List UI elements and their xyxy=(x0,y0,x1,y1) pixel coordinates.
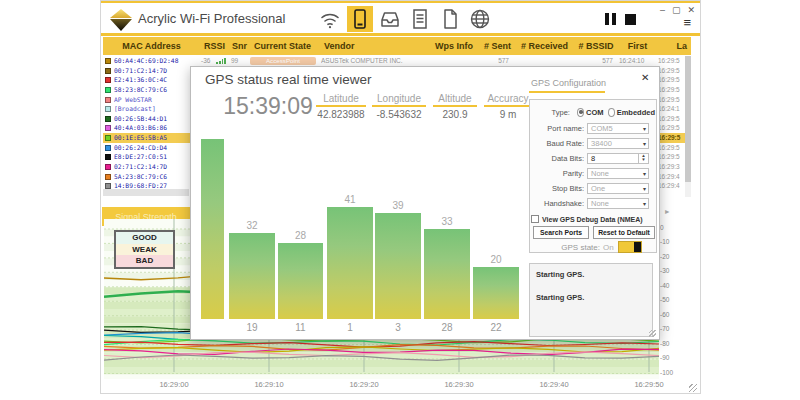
column-header[interactable]: # BSSID xyxy=(570,41,622,51)
mac-address: 58:23:8C:79:C6 xyxy=(114,85,167,95)
snr-value-label: 20 xyxy=(473,254,519,265)
mac-address: 40:4A:03:B6:86 xyxy=(114,123,167,133)
dialog-close-icon[interactable]: ✕ xyxy=(641,72,649,83)
satellite-id-label: 1 xyxy=(327,322,373,333)
last-seen-value: 16:29:5 xyxy=(658,95,685,105)
last-seen-value: 16:29:5 xyxy=(658,75,685,85)
snr-bar xyxy=(375,213,421,319)
nmea-checkbox[interactable] xyxy=(531,215,539,223)
snr-value-label: 28 xyxy=(278,230,323,241)
reset-default-button[interactable]: Reset to Default xyxy=(593,226,655,239)
last-seen-value: 16:29:3 xyxy=(658,162,685,172)
new-document-icon[interactable] xyxy=(437,6,463,32)
series-color-swatch xyxy=(105,68,111,74)
x-tick: 16:29:00 xyxy=(146,380,202,389)
column-header[interactable]: Snr xyxy=(228,41,250,51)
column-header[interactable]: Vendor xyxy=(320,41,430,51)
vertical-scrollbar[interactable] xyxy=(685,56,691,197)
config-row-debug: View GPS Debug Data (NMEA) xyxy=(531,213,655,225)
series-color-swatch xyxy=(105,135,111,141)
maximize-button[interactable]: ▢ xyxy=(672,5,681,15)
config-row-state: GPS state:On xyxy=(531,241,655,253)
dialog-resize-grip[interactable] xyxy=(649,330,656,337)
capture-controls xyxy=(605,13,636,25)
radio-embedded[interactable] xyxy=(608,108,615,117)
pause-icon[interactable] xyxy=(605,13,616,25)
table-row-detail[interactable]: -36 99 AccessPoint ASUSTek COMPUTER INC.… xyxy=(101,56,689,66)
config-select[interactable]: None▾ xyxy=(587,198,649,209)
config-select[interactable]: COM5▾ xyxy=(587,123,649,134)
radio-label: COM xyxy=(586,108,604,117)
mac-address: 00:71:C2:14:7D xyxy=(114,66,167,76)
snr-value-label: 32 xyxy=(229,220,275,231)
close-button[interactable]: ✕ xyxy=(687,5,695,15)
config-select[interactable]: One▾ xyxy=(587,183,649,194)
config-select[interactable]: 38400▾ xyxy=(587,138,649,149)
sent-value: 577 xyxy=(477,56,509,66)
last-seen-value: 16:29:5 xyxy=(658,133,685,143)
config-row: Stop Bits:One▾ xyxy=(531,182,655,194)
globe-icon[interactable] xyxy=(467,6,493,32)
wifi-icon[interactable] xyxy=(317,6,343,32)
table-header: MAC AddressRSSISnrCurrent StateVendorWps… xyxy=(103,37,691,55)
column-header[interactable]: # Sent xyxy=(478,41,517,51)
report-document-icon[interactable] xyxy=(407,6,433,32)
mac-address: 00:26:24:CD:D4 xyxy=(114,143,167,153)
x-tick: 16:29:20 xyxy=(336,380,392,389)
radio-com[interactable] xyxy=(577,108,584,117)
series-color-swatch xyxy=(105,174,111,180)
data-bits-stepper[interactable]: 8▲ ▼ xyxy=(587,153,649,164)
series-color-swatch xyxy=(105,87,111,93)
column-header[interactable]: Current State xyxy=(250,41,320,51)
device-monitor-icon[interactable] xyxy=(347,6,373,32)
menu-icon[interactable]: ≡ xyxy=(683,16,691,30)
legend-item: GOOD xyxy=(116,232,173,244)
x-tick: 16:29:40 xyxy=(526,380,582,389)
config-row-buttons: Search PortsReset to Default xyxy=(531,225,655,239)
horizontal-scrollbar[interactable] xyxy=(103,189,189,196)
gps-state-toggle[interactable] xyxy=(618,241,642,253)
last-seen-value: 16:29:5 xyxy=(658,152,685,162)
search-ports-button[interactable]: Search Ports xyxy=(533,226,589,239)
toolbar xyxy=(317,6,493,32)
y-tick: -20 xyxy=(660,253,684,260)
snr-value: 99 xyxy=(231,56,238,66)
mac-address: 00:1E:E5:5B:A5 xyxy=(114,133,167,143)
column-header[interactable]: First xyxy=(622,41,653,51)
log-line: Starting GPS. xyxy=(536,270,652,279)
last-seen-value: 16:29:4 xyxy=(658,181,685,191)
mac-address: E8:DE:27:C0:51 xyxy=(114,152,167,162)
rssi-value: -36 xyxy=(201,56,210,66)
snr-bar xyxy=(473,267,519,319)
titlebar-separator xyxy=(101,33,700,36)
pager-next-icon[interactable]: ► xyxy=(664,208,671,215)
gps-dialog: GPS status real time viewer ✕ 15:39:09 L… xyxy=(190,66,660,340)
last-seen-value: 16:29:5 xyxy=(658,114,685,124)
y-tick: -40 xyxy=(660,282,684,289)
config-row: Data Bits:8▲ ▼ xyxy=(531,152,655,164)
state-badge: AccessPoint xyxy=(250,57,316,65)
series-color-swatch xyxy=(105,164,111,170)
chevron-down-icon: ▾ xyxy=(643,200,646,209)
y-tick: -50 xyxy=(660,296,684,303)
column-header[interactable]: Wps Info xyxy=(430,41,478,51)
x-tick: 16:29:30 xyxy=(431,380,487,389)
inbox-icon[interactable] xyxy=(377,6,403,32)
column-header[interactable]: RSSI xyxy=(200,41,228,51)
last-seen-value: 16:29:5 xyxy=(658,66,685,76)
stop-icon[interactable] xyxy=(625,14,636,25)
column-header[interactable]: La xyxy=(653,41,691,51)
snr-bar xyxy=(278,243,323,319)
mac-address: 5A:23:8C:79:C6 xyxy=(114,172,167,182)
first-seen-value: 16:24:10 xyxy=(619,56,644,66)
window-resize-grip[interactable] xyxy=(689,384,697,392)
config-select[interactable]: None▾ xyxy=(587,168,649,179)
x-tick: 16:29:10 xyxy=(241,380,297,389)
series-color-swatch xyxy=(105,106,111,112)
signal-bars-icon xyxy=(216,58,226,65)
column-header[interactable]: # Received xyxy=(517,41,570,51)
minimize-button[interactable]: – xyxy=(660,5,665,15)
y-tick: -30 xyxy=(660,267,684,274)
column-header[interactable]: MAC Address xyxy=(103,41,200,51)
satellite-id-label: 19 xyxy=(229,322,275,333)
